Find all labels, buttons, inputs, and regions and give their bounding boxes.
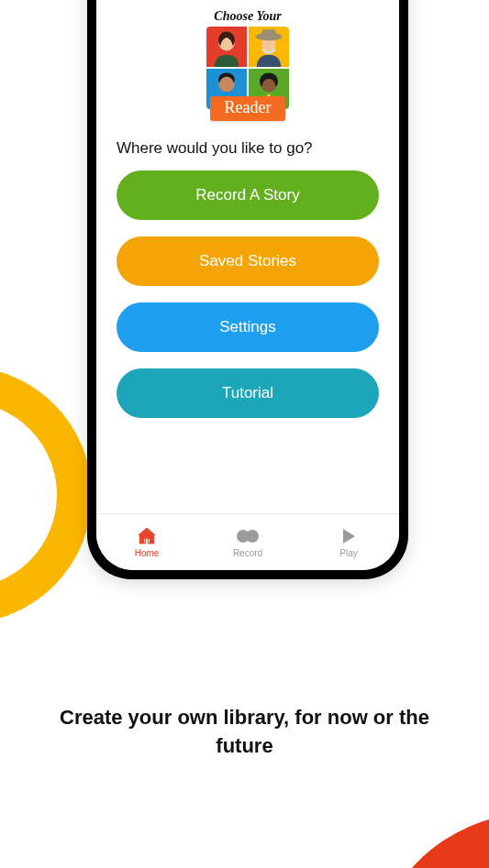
tab-bar: Home Record Play	[96, 513, 399, 570]
tab-play[interactable]: Play	[317, 526, 381, 558]
tab-play-label: Play	[339, 548, 357, 558]
marketing-tagline: Create your own library, for now or the …	[0, 704, 489, 761]
svg-point-8	[246, 530, 259, 543]
tab-home-label: Home	[135, 548, 160, 558]
app-logo: Choose Your Reader	[188, 9, 307, 121]
settings-button[interactable]: Settings	[117, 302, 379, 352]
play-icon	[340, 526, 357, 546]
tab-home[interactable]: Home	[115, 526, 179, 558]
tab-record-label: Record	[233, 548, 262, 558]
prompt-text: Where would you like to go?	[117, 139, 313, 158]
logo-avatar-1	[206, 27, 247, 67]
logo-top-text: Choose Your	[214, 9, 281, 24]
logo-ribbon: Reader	[193, 96, 303, 121]
svg-rect-3	[261, 29, 275, 38]
record-story-button[interactable]: Record A Story	[117, 170, 379, 220]
logo-avatar-2	[249, 27, 289, 67]
phone-frame: Choose Your Reader	[87, 0, 408, 579]
decorative-red-swoosh	[370, 813, 489, 868]
logo-ribbon-text: Reader	[210, 96, 286, 121]
tab-record[interactable]: Record	[216, 526, 280, 558]
phone-screen: Choose Your Reader	[96, 0, 399, 570]
menu-button-group: Record A Story Saved Stories Settings Tu…	[117, 170, 379, 418]
tutorial-button[interactable]: Tutorial	[117, 368, 379, 418]
decorative-yellow-ring	[0, 367, 92, 623]
home-icon	[137, 526, 157, 546]
record-icon	[236, 526, 260, 546]
saved-stories-button[interactable]: Saved Stories	[117, 236, 379, 286]
app-content: Choose Your Reader	[96, 0, 399, 513]
